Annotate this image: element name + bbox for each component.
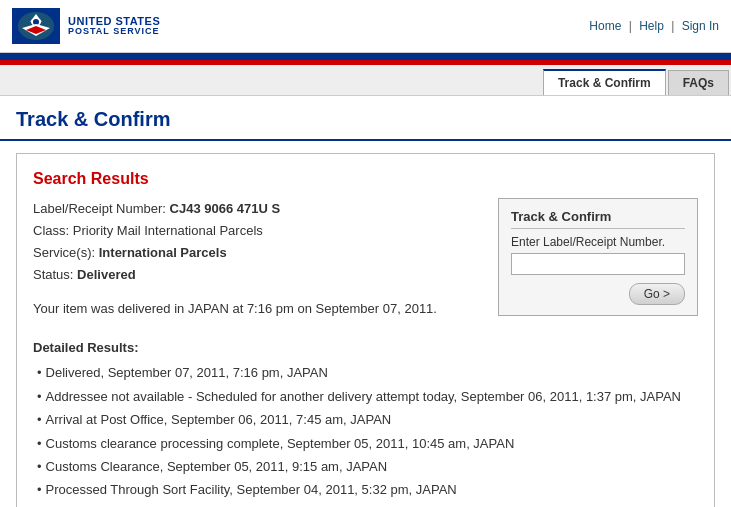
sign-in-link[interactable]: Sign In bbox=[682, 19, 719, 33]
home-link[interactable]: Home bbox=[589, 19, 621, 33]
list-item: •Addressee not available - Scheduled for… bbox=[33, 385, 698, 408]
list-item: •Arrival at Post Office, September 06, 2… bbox=[33, 408, 698, 431]
label-input[interactable] bbox=[511, 253, 685, 275]
detailed-results-label: Detailed Results: bbox=[33, 340, 698, 355]
list-item: •Processed Through Sort Facility, Septem… bbox=[33, 502, 698, 507]
info-section: Label/Receipt Number: CJ43 9066 471U S C… bbox=[33, 198, 698, 320]
status-row: Status: Delivered bbox=[33, 264, 478, 286]
track-widget-title: Track & Confirm bbox=[511, 209, 685, 229]
label-number-row: Label/Receipt Number: CJ43 9066 471U S bbox=[33, 198, 478, 220]
detail-list: •Delivered, September 07, 2011, 7:16 pm,… bbox=[33, 361, 698, 507]
logo-text: UNITED STATES POSTAL SERVICE bbox=[68, 15, 160, 37]
logo-line2: POSTAL SERVICE bbox=[68, 27, 160, 37]
services-value: International Parcels bbox=[99, 245, 227, 260]
list-item: •Customs clearance processing complete, … bbox=[33, 432, 698, 455]
class-label: Class: bbox=[33, 223, 69, 238]
list-item: •Customs Clearance, September 05, 2011, … bbox=[33, 455, 698, 478]
top-navigation: Track & Confirm FAQs bbox=[0, 65, 731, 96]
label-number-label: Label/Receipt Number: bbox=[33, 201, 166, 216]
status-label: Status: bbox=[33, 267, 73, 282]
services-label: Service(s): bbox=[33, 245, 95, 260]
status-value: Delivered bbox=[77, 267, 136, 282]
faqs-tab[interactable]: FAQs bbox=[668, 70, 729, 95]
class-value: Priority Mail International Parcels bbox=[73, 223, 263, 238]
usps-logo: UNITED STATES POSTAL SERVICE bbox=[12, 8, 160, 44]
results-box: Search Results Label/Receipt Number: CJ4… bbox=[16, 153, 715, 507]
search-results-title: Search Results bbox=[33, 170, 698, 188]
page-title: Track & Confirm bbox=[16, 108, 715, 131]
list-item: •Delivered, September 07, 2011, 7:16 pm,… bbox=[33, 361, 698, 384]
services-row: Service(s): International Parcels bbox=[33, 242, 478, 264]
main-content: Search Results Label/Receipt Number: CJ4… bbox=[0, 153, 731, 507]
eagle-icon bbox=[12, 8, 60, 44]
track-widget-label: Enter Label/Receipt Number. bbox=[511, 235, 685, 249]
help-link[interactable]: Help bbox=[639, 19, 664, 33]
blue-stripe bbox=[0, 53, 731, 60]
page-title-bar: Track & Confirm bbox=[0, 96, 731, 141]
detailed-results-section: Detailed Results: •Delivered, September … bbox=[33, 340, 698, 507]
go-button-container: Go > bbox=[511, 283, 685, 305]
track-widget: Track & Confirm Enter Label/Receipt Numb… bbox=[498, 198, 698, 316]
class-row: Class: Priority Mail International Parce… bbox=[33, 220, 478, 242]
label-number-value: CJ43 9066 471U S bbox=[170, 201, 281, 216]
list-item: •Processed Through Sort Facility, Septem… bbox=[33, 478, 698, 501]
header-nav: Home | Help | Sign In bbox=[589, 19, 719, 33]
site-header: UNITED STATES POSTAL SERVICE Home | Help… bbox=[0, 0, 731, 53]
go-button[interactable]: Go > bbox=[629, 283, 685, 305]
tracking-info: Label/Receipt Number: CJ43 9066 471U S C… bbox=[33, 198, 478, 320]
track-confirm-tab[interactable]: Track & Confirm bbox=[543, 69, 666, 95]
delivery-message: Your item was delivered in JAPAN at 7:16… bbox=[33, 298, 478, 320]
